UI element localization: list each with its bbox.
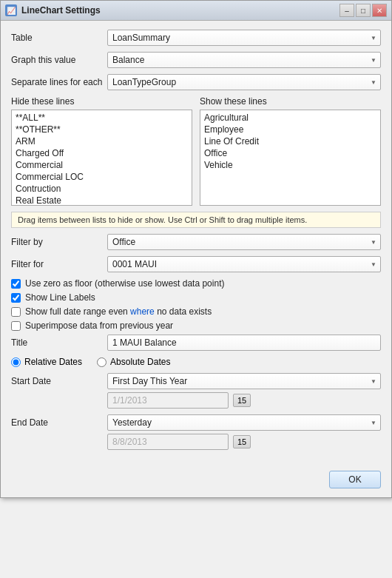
list-section: Hide these lines **ALL****OTHER**ARMChar… — [11, 96, 381, 206]
hide-list-item[interactable]: Charged Off — [13, 147, 190, 159]
start-date-label: Start Date — [11, 376, 107, 386]
hide-list-item[interactable]: **OTHER** — [13, 124, 190, 135]
filter-by-row: Filter by Office — [11, 234, 381, 250]
table-label: Table — [11, 33, 107, 43]
checkboxes-section: Use zero as floor (otherwise use lowest … — [11, 278, 381, 331]
hide-list-item[interactable]: Contruction — [13, 183, 190, 195]
start-date-input-row: 15 — [11, 392, 251, 409]
show-list-item[interactable]: Line Of Credit — [202, 135, 379, 147]
end-date-calendar-btn[interactable]: 15 — [233, 435, 251, 448]
table-select[interactable]: LoanSummary — [107, 30, 381, 46]
use-zero-checkbox[interactable] — [11, 279, 21, 289]
hide-list-item[interactable]: Real Estate — [13, 195, 190, 206]
show-list-item[interactable]: Agricultural — [202, 112, 379, 124]
separate-lines-select-wrapper: LoanTypeGroup — [107, 74, 381, 90]
filter-for-select-wrapper: 0001 MAUI — [107, 256, 381, 272]
superimpose-row: Superimpose data from previous year — [11, 320, 381, 331]
relative-dates-option: Relative Dates — [11, 357, 82, 367]
filter-for-label: Filter for — [11, 259, 107, 269]
full-date-range-label: Show full date range even where no data … — [25, 306, 212, 317]
minimize-button[interactable]: – — [339, 4, 354, 17]
start-date-text — [107, 392, 229, 409]
title-controls: – □ ✕ — [339, 4, 387, 17]
absolute-dates-option: Absolute Dates — [97, 357, 170, 367]
graph-value-select-wrapper: Balance — [107, 52, 381, 68]
show-list-item[interactable]: Employee — [202, 124, 379, 135]
hide-list-item[interactable]: Commercial LOC — [13, 171, 190, 183]
hide-lines-header: Hide these lines — [11, 96, 192, 107]
end-date-label: End Date — [11, 417, 107, 428]
window-title: LineChart Settings — [21, 5, 101, 16]
filter-for-select[interactable]: 0001 MAUI — [107, 256, 381, 272]
close-button[interactable]: ✕ — [372, 4, 387, 17]
hide-list-item[interactable]: **ALL** — [13, 112, 190, 124]
relative-dates-radio[interactable] — [11, 357, 21, 367]
show-labels-row: Show Line Labels — [11, 292, 381, 303]
tooltip-bar: Drag items between lists to hide or show… — [11, 212, 381, 228]
table-select-wrapper: LoanSummary — [107, 30, 381, 46]
separate-lines-row: Separate lines for each LoanTypeGroup — [11, 74, 381, 90]
end-date-select-wrapper: YesterdayTodayLast Day This Year — [107, 414, 381, 431]
show-lines-list[interactable]: AgriculturalEmployeeLine Of CreditOffice… — [200, 110, 381, 206]
separate-lines-label: Separate lines for each — [11, 77, 107, 87]
relative-dates-label: Relative Dates — [24, 357, 82, 367]
end-date-select[interactable]: YesterdayTodayLast Day This Year — [107, 414, 381, 431]
title-input[interactable] — [107, 335, 381, 351]
title-bar-left: 📈 LineChart Settings — [5, 4, 101, 16]
show-lines-column: Show these lines AgriculturalEmployeeLin… — [200, 96, 381, 206]
table-row: Table LoanSummary — [11, 30, 381, 46]
end-date-input-row: 15 — [11, 434, 251, 450]
show-list-item[interactable]: Office — [202, 147, 379, 159]
hide-lines-list[interactable]: **ALL****OTHER**ARMCharged OffCommercial… — [11, 110, 192, 206]
filter-for-row: Filter for 0001 MAUI — [11, 256, 381, 272]
end-date-section: End Date YesterdayTodayLast Day This Yea… — [11, 414, 381, 450]
title-field-label: Title — [11, 337, 107, 348]
title-bar: 📈 LineChart Settings – □ ✕ — [1, 1, 391, 21]
use-zero-row: Use zero as floor (otherwise use lowest … — [11, 278, 381, 289]
full-date-range-checkbox[interactable] — [11, 307, 21, 317]
show-list-item[interactable]: Vehicle — [202, 159, 379, 171]
start-date-section: Start Date First Day This YearFirst Day … — [11, 373, 381, 409]
window-icon: 📈 — [5, 4, 17, 16]
show-labels-checkbox[interactable] — [11, 293, 21, 303]
graph-value-row: Graph this value Balance — [11, 52, 381, 68]
title-field-row: Title — [11, 335, 381, 351]
show-labels-label: Show Line Labels — [25, 292, 95, 303]
graph-value-label: Graph this value — [11, 55, 107, 65]
use-zero-label: Use zero as floor (otherwise use lowest … — [25, 278, 224, 289]
superimpose-checkbox[interactable] — [11, 321, 21, 331]
hide-list-item[interactable]: Commercial — [13, 159, 190, 171]
separate-lines-select[interactable]: LoanTypeGroup — [107, 74, 381, 90]
end-date-text — [107, 434, 229, 450]
filter-by-select[interactable]: Office — [107, 234, 381, 250]
start-calendar-icon: 15 — [237, 396, 246, 405]
date-type-row: Relative Dates Absolute Dates — [11, 357, 381, 367]
bottom-bar: OK — [1, 465, 391, 497]
filter-by-label: Filter by — [11, 237, 107, 247]
absolute-dates-label: Absolute Dates — [110, 357, 170, 367]
main-content: Table LoanSummary Graph this value Balan… — [1, 21, 391, 465]
superimpose-label: Superimpose data from previous year — [25, 320, 173, 331]
full-date-range-row: Show full date range even where no data … — [11, 306, 381, 317]
maximize-button[interactable]: □ — [356, 4, 371, 17]
hide-list-item[interactable]: ARM — [13, 135, 190, 147]
start-date-select[interactable]: First Day This YearFirst Day Last YearYe… — [107, 373, 381, 389]
settings-window: 📈 LineChart Settings – □ ✕ Table LoanSum… — [0, 0, 392, 498]
end-date-row: End Date YesterdayTodayLast Day This Yea… — [11, 414, 381, 431]
start-date-select-wrapper: First Day This YearFirst Day Last YearYe… — [107, 373, 381, 389]
start-date-calendar-btn[interactable]: 15 — [233, 394, 251, 407]
ok-button[interactable]: OK — [329, 471, 381, 488]
tooltip-text: Drag items between lists to hide or show… — [18, 215, 307, 224]
start-date-row: Start Date First Day This YearFirst Day … — [11, 373, 381, 389]
absolute-dates-radio[interactable] — [97, 357, 107, 367]
show-lines-header: Show these lines — [200, 96, 381, 107]
graph-value-select[interactable]: Balance — [107, 52, 381, 68]
title-field-wrapper — [107, 335, 381, 351]
filter-by-select-wrapper: Office — [107, 234, 381, 250]
end-calendar-icon: 15 — [237, 437, 246, 446]
hide-lines-column: Hide these lines **ALL****OTHER**ARMChar… — [11, 96, 192, 206]
